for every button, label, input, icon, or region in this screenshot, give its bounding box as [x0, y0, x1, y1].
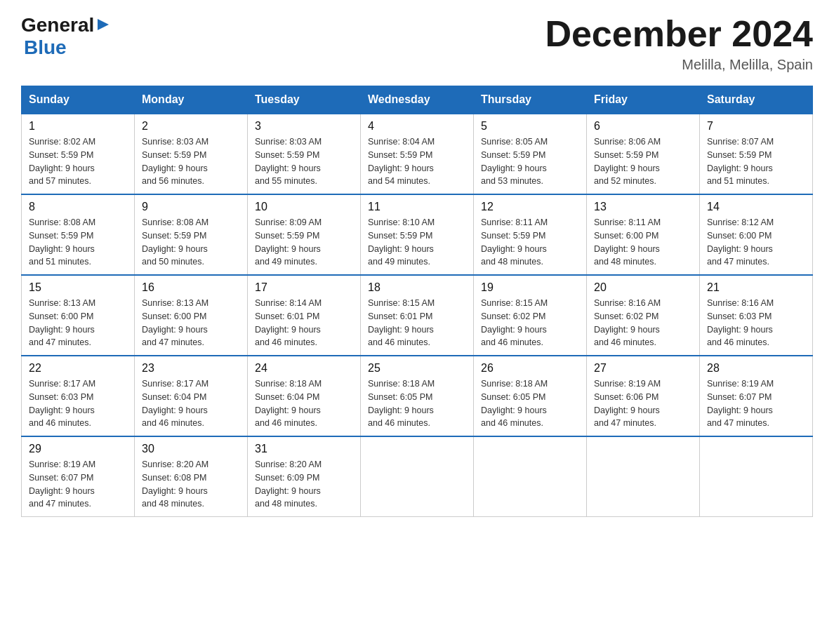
- day-number: 22: [29, 362, 127, 375]
- day-info: Sunrise: 8:16 AM Sunset: 6:03 PM Dayligh…: [707, 297, 805, 349]
- calendar-cell: 8 Sunrise: 8:08 AM Sunset: 5:59 PM Dayli…: [22, 194, 135, 275]
- day-number: 8: [29, 201, 127, 213]
- day-info: Sunrise: 8:08 AM Sunset: 5:59 PM Dayligh…: [142, 216, 240, 269]
- title-block: December 2024 Melilla, Melilla, Spain: [545, 14, 813, 73]
- calendar-cell: 18 Sunrise: 8:15 AM Sunset: 6:01 PM Dayl…: [361, 275, 474, 356]
- day-number: 31: [255, 443, 353, 455]
- day-info: Sunrise: 8:14 AM Sunset: 6:01 PM Dayligh…: [255, 297, 353, 349]
- day-info: Sunrise: 8:17 AM Sunset: 6:03 PM Dayligh…: [29, 377, 127, 430]
- day-info: Sunrise: 8:15 AM Sunset: 6:02 PM Dayligh…: [481, 297, 579, 349]
- day-number: 26: [481, 362, 579, 375]
- day-number: 1: [29, 120, 127, 133]
- day-info: Sunrise: 8:15 AM Sunset: 6:01 PM Dayligh…: [368, 297, 466, 349]
- day-info: Sunrise: 8:18 AM Sunset: 6:05 PM Dayligh…: [368, 377, 466, 430]
- calendar-cell: 1 Sunrise: 8:02 AM Sunset: 5:59 PM Dayli…: [22, 114, 135, 194]
- day-info: Sunrise: 8:17 AM Sunset: 6:04 PM Dayligh…: [142, 377, 240, 430]
- day-number: 11: [368, 201, 466, 213]
- day-number: 28: [707, 362, 805, 375]
- day-header-monday: Monday: [135, 86, 248, 114]
- day-info: Sunrise: 8:07 AM Sunset: 5:59 PM Dayligh…: [707, 135, 805, 188]
- calendar-cell: 29 Sunrise: 8:19 AM Sunset: 6:07 PM Dayl…: [22, 436, 135, 517]
- day-number: 17: [255, 281, 353, 294]
- calendar-cell: 17 Sunrise: 8:14 AM Sunset: 6:01 PM Dayl…: [248, 275, 361, 356]
- day-number: 13: [594, 201, 692, 213]
- calendar-cell: 9 Sunrise: 8:08 AM Sunset: 5:59 PM Dayli…: [135, 194, 248, 275]
- calendar-cell: 11 Sunrise: 8:10 AM Sunset: 5:59 PM Dayl…: [361, 194, 474, 275]
- calendar-cell: 19 Sunrise: 8:15 AM Sunset: 6:02 PM Dayl…: [474, 275, 587, 356]
- calendar-cell: 21 Sunrise: 8:16 AM Sunset: 6:03 PM Dayl…: [700, 275, 813, 356]
- day-header-friday: Friday: [587, 86, 700, 114]
- day-header-tuesday: Tuesday: [248, 86, 361, 114]
- calendar-week-row: 29 Sunrise: 8:19 AM Sunset: 6:07 PM Dayl…: [22, 436, 813, 517]
- day-info: Sunrise: 8:19 AM Sunset: 6:06 PM Dayligh…: [594, 377, 692, 430]
- day-number: 16: [142, 281, 240, 294]
- day-info: Sunrise: 8:03 AM Sunset: 5:59 PM Dayligh…: [255, 135, 353, 188]
- logo-blue-text: Blue: [24, 36, 67, 58]
- day-info: Sunrise: 8:06 AM Sunset: 5:59 PM Dayligh…: [594, 135, 692, 188]
- day-info: Sunrise: 8:02 AM Sunset: 5:59 PM Dayligh…: [29, 135, 127, 188]
- calendar-cell: 23 Sunrise: 8:17 AM Sunset: 6:04 PM Dayl…: [135, 356, 248, 436]
- day-info: Sunrise: 8:18 AM Sunset: 6:04 PM Dayligh…: [255, 377, 353, 430]
- day-info: Sunrise: 8:19 AM Sunset: 6:07 PM Dayligh…: [707, 377, 805, 430]
- day-header-thursday: Thursday: [474, 86, 587, 114]
- day-info: Sunrise: 8:20 AM Sunset: 6:08 PM Dayligh…: [142, 458, 240, 511]
- day-number: 15: [29, 281, 127, 294]
- calendar-cell: 10 Sunrise: 8:09 AM Sunset: 5:59 PM Dayl…: [248, 194, 361, 275]
- svg-marker-0: [98, 19, 109, 30]
- day-number: 2: [142, 120, 240, 133]
- day-number: 21: [707, 281, 805, 294]
- location: Melilla, Melilla, Spain: [545, 57, 813, 73]
- calendar-cell: 31 Sunrise: 8:20 AM Sunset: 6:09 PM Dayl…: [248, 436, 361, 517]
- day-info: Sunrise: 8:05 AM Sunset: 5:59 PM Dayligh…: [481, 135, 579, 188]
- day-header-saturday: Saturday: [700, 86, 813, 114]
- calendar-cell: 15 Sunrise: 8:13 AM Sunset: 6:00 PM Dayl…: [22, 275, 135, 356]
- calendar-cell: [361, 436, 474, 517]
- calendar-week-row: 8 Sunrise: 8:08 AM Sunset: 5:59 PM Dayli…: [22, 194, 813, 275]
- page-header: General Blue December 2024 Melilla, Meli…: [21, 14, 813, 73]
- day-number: 9: [142, 201, 240, 213]
- month-title: December 2024: [545, 14, 813, 54]
- calendar-week-row: 1 Sunrise: 8:02 AM Sunset: 5:59 PM Dayli…: [22, 114, 813, 194]
- day-number: 19: [481, 281, 579, 294]
- day-number: 4: [368, 120, 466, 133]
- calendar-cell: 7 Sunrise: 8:07 AM Sunset: 5:59 PM Dayli…: [700, 114, 813, 194]
- calendar-cell: 13 Sunrise: 8:11 AM Sunset: 6:00 PM Dayl…: [587, 194, 700, 275]
- day-info: Sunrise: 8:13 AM Sunset: 6:00 PM Dayligh…: [29, 297, 127, 349]
- day-number: 14: [707, 201, 805, 213]
- day-info: Sunrise: 8:10 AM Sunset: 5:59 PM Dayligh…: [368, 216, 466, 269]
- day-info: Sunrise: 8:20 AM Sunset: 6:09 PM Dayligh…: [255, 458, 353, 511]
- calendar-cell: 30 Sunrise: 8:20 AM Sunset: 6:08 PM Dayl…: [135, 436, 248, 517]
- day-info: Sunrise: 8:08 AM Sunset: 5:59 PM Dayligh…: [29, 216, 127, 269]
- day-info: Sunrise: 8:11 AM Sunset: 6:00 PM Dayligh…: [594, 216, 692, 269]
- calendar-cell: 3 Sunrise: 8:03 AM Sunset: 5:59 PM Dayli…: [248, 114, 361, 194]
- day-header-wednesday: Wednesday: [361, 86, 474, 114]
- day-info: Sunrise: 8:03 AM Sunset: 5:59 PM Dayligh…: [142, 135, 240, 188]
- day-number: 20: [594, 281, 692, 294]
- calendar-cell: 2 Sunrise: 8:03 AM Sunset: 5:59 PM Dayli…: [135, 114, 248, 194]
- calendar-cell: 6 Sunrise: 8:06 AM Sunset: 5:59 PM Dayli…: [587, 114, 700, 194]
- day-number: 7: [707, 120, 805, 133]
- day-number: 24: [255, 362, 353, 375]
- day-info: Sunrise: 8:19 AM Sunset: 6:07 PM Dayligh…: [29, 458, 127, 511]
- logo-general-text: General: [21, 14, 94, 36]
- calendar-header-row: SundayMondayTuesdayWednesdayThursdayFrid…: [22, 86, 813, 114]
- calendar-cell: 26 Sunrise: 8:18 AM Sunset: 6:05 PM Dayl…: [474, 356, 587, 436]
- day-header-sunday: Sunday: [22, 86, 135, 114]
- calendar-week-row: 22 Sunrise: 8:17 AM Sunset: 6:03 PM Dayl…: [22, 356, 813, 436]
- day-number: 3: [255, 120, 353, 133]
- day-number: 10: [255, 201, 353, 213]
- calendar-cell: 5 Sunrise: 8:05 AM Sunset: 5:59 PM Dayli…: [474, 114, 587, 194]
- day-number: 12: [481, 201, 579, 213]
- calendar-cell: [474, 436, 587, 517]
- calendar-cell: [700, 436, 813, 517]
- calendar-cell: 12 Sunrise: 8:11 AM Sunset: 5:59 PM Dayl…: [474, 194, 587, 275]
- calendar-cell: 14 Sunrise: 8:12 AM Sunset: 6:00 PM Dayl…: [700, 194, 813, 275]
- calendar-cell: 25 Sunrise: 8:18 AM Sunset: 6:05 PM Dayl…: [361, 356, 474, 436]
- day-number: 18: [368, 281, 466, 294]
- day-number: 5: [481, 120, 579, 133]
- day-number: 23: [142, 362, 240, 375]
- calendar-cell: 22 Sunrise: 8:17 AM Sunset: 6:03 PM Dayl…: [22, 356, 135, 436]
- day-info: Sunrise: 8:04 AM Sunset: 5:59 PM Dayligh…: [368, 135, 466, 188]
- day-info: Sunrise: 8:18 AM Sunset: 6:05 PM Dayligh…: [481, 377, 579, 430]
- calendar-table: SundayMondayTuesdayWednesdayThursdayFrid…: [21, 86, 813, 517]
